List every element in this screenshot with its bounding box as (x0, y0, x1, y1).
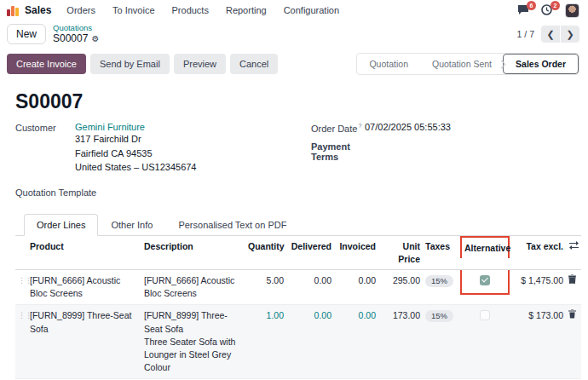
col-header-description[interactable]: Description (141, 236, 245, 256)
create-invoice-button[interactable]: Create Invoice (7, 54, 86, 74)
pager-count: 1 / 7 (517, 29, 534, 39)
cell-taxes: 15% (423, 305, 460, 326)
tax-badge[interactable]: 15% (425, 275, 453, 287)
status-step-quotation-sent[interactable]: Quotation Sent (420, 54, 504, 74)
col-header-taxes[interactable]: Taxes (423, 236, 460, 256)
col-header-tax-excl[interactable]: Tax excl. (510, 236, 566, 256)
status-step-sales-order[interactable]: Sales Order (503, 54, 579, 74)
cell-invoiced[interactable]: 0.00 (334, 270, 378, 291)
cell-product[interactable]: [FURN_6666] Acoustic Bloc Screens (27, 270, 141, 304)
send-by-email-button[interactable]: Send by Email (90, 54, 170, 74)
app-name[interactable]: Sales (25, 4, 51, 16)
settings-gear-icon[interactable]: ⚙ (91, 34, 99, 43)
col-header-unit-price[interactable]: Unit Price (378, 236, 423, 269)
tax-badge[interactable]: 15% (425, 310, 453, 322)
top-nav: Sales Orders To Invoice Products Reporti… (0, 0, 588, 20)
cell-unit-price[interactable]: 173.00 (378, 305, 423, 326)
pager-next-button[interactable]: ❯ (561, 26, 579, 43)
odoo-app-logo-icon[interactable] (7, 5, 19, 16)
col-header-invoiced[interactable]: Invoiced (334, 236, 378, 256)
drag-handle-icon[interactable]: ⋮⋮ (15, 305, 27, 325)
table-header-row: Product Description Quantity Delivered I… (15, 236, 581, 270)
messages-icon[interactable]: 6 (517, 4, 531, 16)
customer-link[interactable]: Gemini Furniture (75, 122, 197, 132)
optional-columns-icon[interactable] (566, 236, 581, 256)
messages-badge: 6 (527, 1, 536, 10)
col-header-quantity[interactable]: Quantity (245, 236, 286, 256)
user-avatar[interactable] (565, 3, 579, 18)
nav-menu: Orders To Invoice Products Reporting Con… (66, 5, 339, 15)
cell-product[interactable]: [FURN_8999] Three-Seat Sofa (27, 305, 141, 339)
address-line: Fairfield CA 94535 (75, 147, 197, 161)
cell-delivered[interactable]: 0.00 (286, 305, 334, 326)
alternative-checkbox-checked[interactable] (480, 275, 490, 285)
breadcrumb: Quotations S00007 ⚙ (53, 24, 99, 44)
cell-description[interactable]: [FURN_6666] Acoustic Bloc Screens (141, 270, 245, 304)
delete-row-trash-icon[interactable] (566, 270, 581, 288)
payment-terms-label: Payment Terms (311, 141, 365, 162)
col-header-delivered[interactable]: Delivered (286, 236, 334, 256)
tab-order-lines[interactable]: Order Lines (24, 214, 98, 236)
action-bar: Create Invoice Send by Email Preview Can… (0, 48, 588, 82)
pager-previous-button[interactable]: ❮ (541, 26, 560, 43)
new-button[interactable]: New (7, 24, 46, 44)
cell-alternative (460, 270, 510, 295)
record-reference: S00007 (53, 33, 88, 44)
nav-item-to-invoice[interactable]: To Invoice (112, 5, 155, 15)
left-field-column: Customer Gemini Furniture 317 Fairchild … (15, 122, 305, 199)
status-step-quotation[interactable]: Quotation (357, 54, 420, 74)
notebook-tabs: Order Lines Other Info Personalised Text… (15, 213, 581, 236)
cell-taxes: 15% (423, 270, 460, 291)
customer-label: Customer (15, 122, 75, 175)
cell-alternative (460, 305, 510, 328)
right-field-column: Order Date? 07/02/2025 05:55:33 Payment … (305, 122, 451, 199)
cell-description[interactable]: [FURN_8999] Three-Seat Sofa Three Seater… (141, 305, 245, 378)
customer-address: 317 Fairchild Dr Fairfield CA 94535 Unit… (75, 132, 197, 175)
table-row[interactable]: ⋮⋮ [FURN_6666] Acoustic Bloc Screens [FU… (15, 270, 581, 305)
breadcrumb-current: S00007 ⚙ (53, 33, 99, 44)
address-line: 317 Fairchild Dr (75, 132, 197, 147)
cell-quantity[interactable]: 5.00 (245, 270, 286, 291)
order-lines-table: Product Description Quantity Delivered I… (15, 236, 581, 380)
order-date-label: Order Date? (311, 122, 365, 134)
tab-other-info[interactable]: Other Info (98, 214, 165, 236)
status-bar: Quotation Quotation Sent Sales Order (356, 53, 579, 75)
delete-row-trash-icon[interactable] (566, 305, 581, 323)
nav-item-configuration[interactable]: Configuration (284, 5, 339, 15)
alternative-checkbox-unchecked[interactable] (480, 310, 490, 320)
cell-tax-excl: $ 173.00 (510, 305, 566, 326)
odoo-sales-order-screen: Sales Orders To Invoice Products Reporti… (0, 0, 588, 380)
address-line: United States – US12345674 (75, 160, 197, 175)
cell-unit-price[interactable]: 295.00 (378, 270, 423, 291)
control-panel: New Quotations S00007 ⚙ 1 / 7 ❮❯ (0, 20, 588, 48)
quotation-template-label: Quotation Template (15, 187, 109, 198)
cancel-button[interactable]: Cancel (230, 54, 278, 74)
order-date-value[interactable]: 07/02/2025 05:55:33 (365, 122, 451, 134)
table-row[interactable]: ⋮⋮ [FURN_8999] Three-Seat Sofa [FURN_899… (15, 305, 581, 379)
pager: 1 / 7 ❮❯ (517, 26, 579, 43)
activities-badge: 2 (551, 1, 560, 10)
cell-invoiced[interactable]: 0.00 (334, 305, 378, 326)
nav-item-orders[interactable]: Orders (66, 5, 95, 15)
nav-right: 6 2 (517, 3, 579, 18)
drag-handle-icon[interactable]: ⋮⋮ (15, 270, 27, 291)
order-date-hint: ? (358, 123, 361, 129)
col-header-product[interactable]: Product (27, 236, 141, 256)
cell-tax-excl: $ 1,475.00 (510, 270, 566, 291)
cell-quantity[interactable]: 1.00 (245, 305, 286, 326)
form-sheet: S00007 Customer Gemini Furniture 317 Fai… (0, 82, 588, 380)
tab-personalised-text[interactable]: Personalised Text on PDF (165, 214, 299, 236)
nav-item-products[interactable]: Products (172, 5, 209, 15)
col-header-alternative[interactable]: Alternative (460, 236, 510, 258)
preview-button[interactable]: Preview (174, 54, 226, 74)
field-groups: Customer Gemini Furniture 317 Fairchild … (15, 122, 581, 199)
activities-clock-icon[interactable]: 2 (541, 4, 555, 16)
cell-delivered[interactable]: 0.00 (286, 270, 334, 291)
nav-item-reporting[interactable]: Reporting (226, 5, 267, 15)
page-title: S00007 (15, 90, 581, 113)
